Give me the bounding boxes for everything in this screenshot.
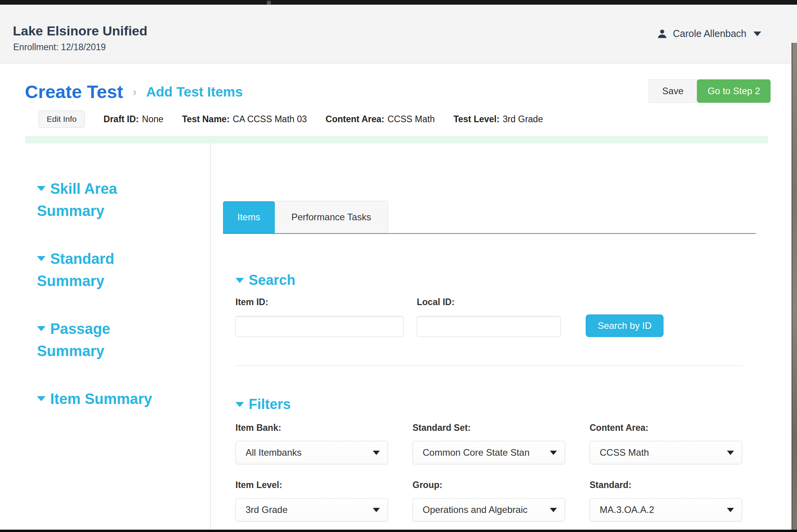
- filters-section-header[interactable]: Filters: [235, 396, 797, 413]
- standard-set-value: Common Core State Stan: [423, 447, 548, 458]
- sidebar-item-passage-summary[interactable]: Passage Summary: [37, 318, 171, 362]
- sidebar-item-label: Passage Summary: [37, 321, 110, 359]
- group-label: Group:: [413, 480, 565, 490]
- filters-heading: Filters: [249, 396, 291, 412]
- search-by-id-button[interactable]: Search by ID: [586, 314, 664, 337]
- sidebar-item-label: Standard Summary: [37, 251, 114, 289]
- title-row: Create Test › Add Test Items Save Go to …: [0, 64, 797, 110]
- summary-sidebar: Skill Area Summary Standard Summary Pass…: [0, 144, 211, 532]
- district-name: Lake Elsinore Unified: [13, 23, 147, 39]
- content-area-filter-label: Content Area:: [590, 423, 742, 433]
- user-name: Carole Allenbach: [673, 28, 746, 39]
- caret-down-icon: [373, 451, 380, 455]
- test-level-value: 3rd Grade: [503, 114, 543, 124]
- caret-down-icon: [727, 508, 734, 512]
- caret-down-icon: [235, 402, 244, 407]
- edit-info-button[interactable]: Edit Info: [39, 111, 85, 128]
- test-name-label: Test Name:: [182, 114, 230, 124]
- caret-down-icon: [373, 508, 380, 512]
- test-level-label: Test Level:: [453, 114, 499, 124]
- caret-down-icon: [753, 32, 761, 36]
- caret-down-icon: [727, 451, 734, 455]
- item-level-value: 3rd Grade: [246, 504, 370, 515]
- caret-down-icon: [235, 278, 244, 283]
- save-button[interactable]: Save: [649, 79, 697, 103]
- bottom-strip: [0, 530, 797, 532]
- chevron-right-icon: ›: [133, 85, 137, 98]
- test-name-field: Test Name:CA CCSS Math 03: [182, 114, 307, 125]
- caret-down-icon: [37, 396, 46, 401]
- content-area-field: Content Area:CCSS Math: [326, 114, 435, 125]
- window-edge-strip: [792, 43, 797, 532]
- tab-performance-tasks[interactable]: Performance Tasks: [275, 201, 388, 233]
- filter-row-2: Item Level: 3rd Grade Group: Operations …: [235, 480, 797, 521]
- items-panel: Items Performance Tasks Search Item ID: …: [211, 144, 797, 532]
- sidebar-item-label: Item Summary: [50, 391, 152, 407]
- local-id-label: Local ID:: [417, 297, 561, 307]
- search-section: Search Item ID: Local ID: Search by ID: [235, 272, 797, 366]
- caret-down-icon: [550, 508, 557, 512]
- main-area: Create Test › Add Test Items Save Go to …: [0, 64, 797, 532]
- tab-items[interactable]: Items: [223, 201, 275, 233]
- standard-value: MA.3.OA.A.2: [600, 504, 725, 515]
- page-title: Create Test: [25, 81, 123, 102]
- sidebar-item-item-summary[interactable]: Item Summary: [37, 388, 171, 410]
- item-id-input[interactable]: [235, 316, 404, 337]
- item-bank-select[interactable]: All Itembanks: [235, 441, 388, 464]
- toolbar-actions: Save Go to Step 2: [649, 79, 771, 103]
- draft-id-field: Draft ID:None: [104, 114, 163, 125]
- item-level-label: Item Level:: [235, 480, 388, 490]
- search-heading: Search: [249, 272, 295, 288]
- group-select[interactable]: Operations and Algebraic: [413, 498, 565, 521]
- standard-set-label: Standard Set:: [413, 423, 565, 433]
- sidebar-item-skill-area-summary[interactable]: Skill Area Summary: [37, 178, 171, 222]
- test-info-row: Edit Info Draft ID:None Test Name:CA CCS…: [39, 111, 797, 128]
- content-area-label: Content Area:: [326, 114, 384, 124]
- content-area-filter-value: CCSS Math: [600, 447, 725, 458]
- caret-down-icon: [37, 326, 46, 331]
- standard-select[interactable]: MA.3.OA.A.2: [590, 498, 742, 521]
- caret-down-icon: [37, 186, 46, 191]
- item-bank-label: Item Bank:: [235, 423, 388, 433]
- app-header: Lake Elsinore Unified Enrollment: 12/18/…: [0, 5, 797, 63]
- user-menu[interactable]: Carole Allenbach: [657, 28, 761, 39]
- group-value: Operations and Algebraic: [423, 504, 548, 515]
- item-level-select[interactable]: 3rd Grade: [235, 498, 388, 521]
- test-level-field: Test Level:3rd Grade: [453, 114, 543, 125]
- content-area-value: CCSS Math: [388, 114, 435, 124]
- breadcrumb-step: Add Test Items: [146, 84, 242, 100]
- caret-down-icon: [37, 256, 46, 261]
- sidebar-item-standard-summary[interactable]: Standard Summary: [37, 248, 171, 292]
- filter-row-1: Item Bank: All Itembanks Standard Set: C…: [235, 423, 797, 464]
- tab-bar: Items Performance Tasks: [223, 201, 756, 234]
- sidebar-item-label: Skill Area Summary: [37, 181, 117, 219]
- draft-id-label: Draft ID:: [104, 114, 139, 124]
- search-section-header[interactable]: Search: [235, 272, 797, 288]
- test-name-value: CA CCSS Math 03: [233, 114, 307, 124]
- person-icon: [657, 28, 667, 39]
- item-bank-value: All Itembanks: [246, 447, 370, 458]
- item-id-label: Item ID:: [235, 297, 404, 307]
- caret-down-icon: [550, 451, 557, 455]
- top-strip-tick: [267, 1, 271, 5]
- progress-bar: [25, 136, 768, 144]
- content-area-select[interactable]: CCSS Math: [590, 441, 742, 464]
- content-split: Skill Area Summary Standard Summary Pass…: [0, 144, 797, 532]
- browser-top-strip: [0, 0, 797, 5]
- standard-set-select[interactable]: Common Core State Stan: [413, 441, 565, 464]
- go-to-step-2-button[interactable]: Go to Step 2: [697, 79, 771, 103]
- draft-id-value: None: [142, 114, 163, 124]
- standard-label: Standard:: [590, 480, 742, 490]
- filters-section: Filters Item Bank: All Itembanks Standar…: [235, 396, 797, 521]
- enrollment-date: Enrollment: 12/18/2019: [13, 42, 106, 53]
- section-divider: [235, 365, 743, 366]
- local-id-input[interactable]: [417, 316, 561, 337]
